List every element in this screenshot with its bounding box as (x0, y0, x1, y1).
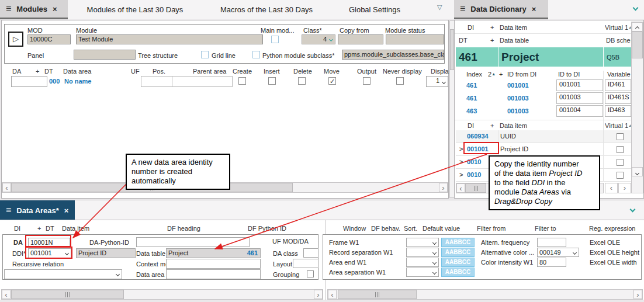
scroll-thumb[interactable] (450, 29, 454, 70)
di-value[interactable]: 060934 (467, 133, 489, 140)
insert-checkbox[interactable] (268, 77, 276, 85)
plus-icon[interactable]: + (490, 24, 494, 31)
parent-area-cell[interactable] (172, 76, 233, 87)
df-behav-header[interactable]: DF behav. (371, 225, 400, 232)
scroll-left-button[interactable]: ‹ (328, 290, 337, 299)
close-icon[interactable]: × (53, 5, 57, 13)
plus-icon[interactable]: + (490, 122, 494, 129)
plus-icon[interactable]: + (36, 68, 39, 75)
scroll-up-button[interactable] (632, 22, 643, 32)
reg-expression-header[interactable]: Reg. expression (589, 225, 636, 232)
index-value[interactable]: 461 (466, 95, 477, 102)
alternative-color-dropdown[interactable]: 000149 (537, 248, 579, 257)
expand-icon[interactable]: > (459, 145, 463, 152)
grouping-checkbox[interactable] (307, 270, 314, 277)
delete-checkbox[interactable] (298, 77, 306, 85)
run-module-button[interactable]: ▷ (8, 32, 23, 47)
scroll-down-button[interactable] (632, 167, 643, 176)
grid-line-checkbox[interactable] (201, 51, 209, 58)
scroll-left-button[interactable]: ‹ (456, 183, 465, 193)
area-separation-dropdown[interactable] (406, 268, 439, 277)
dt-header[interactable]: DT (459, 37, 468, 44)
col-da[interactable]: DA (12, 68, 21, 75)
create-checkbox[interactable] (238, 77, 246, 85)
ddi-name-field[interactable]: Project ID (76, 248, 136, 258)
dt-value[interactable]: 000 (49, 78, 60, 85)
data-item-header[interactable]: Data item (500, 24, 527, 31)
filter-to-header[interactable]: Filter to (535, 225, 556, 232)
variable-header[interactable]: Variable (607, 71, 631, 78)
scroll-right-button[interactable]: › (314, 290, 323, 299)
col-output[interactable]: Output (357, 68, 376, 75)
db-schema-header[interactable]: DB scher (606, 37, 631, 44)
col-data-area[interactable]: Data area (63, 68, 91, 75)
selected-table-id[interactable]: 461 (456, 47, 498, 67)
class-dropdown[interactable]: 4 (302, 34, 335, 44)
col-create[interactable]: Create (233, 68, 252, 75)
col-delete[interactable]: Delete (293, 68, 312, 75)
data-areas-left-hscrollbar[interactable]: ‹ › (1, 289, 323, 300)
da-python-id-field[interactable] (136, 237, 250, 247)
col-display[interactable]: Displa (431, 68, 449, 75)
expand-icon[interactable]: > (459, 171, 463, 178)
index-value[interactable]: 461 (466, 82, 477, 89)
col-parent-area[interactable]: Parent area (193, 68, 226, 75)
id-to-cell[interactable]: 001004 (556, 105, 603, 117)
tab-macros-last-30-days[interactable]: Macros of the Last 30 Days (202, 0, 331, 19)
df-python-id-header[interactable]: DF Python ID (248, 225, 286, 232)
di-header[interactable]: DI (468, 122, 474, 129)
area-end-color-chip[interactable]: AABBCC (441, 258, 475, 267)
data-table-header[interactable]: Data table (500, 37, 529, 44)
id-to-cell[interactable]: 001003 (556, 92, 603, 104)
scroll-left-button[interactable]: ‹ (2, 183, 11, 192)
index-value[interactable]: 463 (466, 107, 477, 114)
context-menu-field[interactable] (166, 259, 261, 269)
tab-data-dictionary[interactable]: ≡ Data Dictionary × (454, 0, 548, 19)
id-to-cell[interactable]: 001001 (556, 79, 603, 91)
close-icon[interactable]: × (532, 5, 536, 13)
tab-modules[interactable]: ≡ Modules × (0, 0, 68, 19)
tab-data-areas[interactable]: ≡ Data Areas* × (0, 200, 75, 220)
panel-field[interactable] (74, 50, 136, 60)
pager-left-button[interactable]: ‹ (605, 183, 618, 193)
variable-cell[interactable]: ID461 (605, 79, 631, 91)
di-header[interactable]: DI (468, 24, 474, 31)
mod-field[interactable]: 10000C (27, 34, 71, 44)
scroll-thumb[interactable] (11, 290, 124, 299)
id-from-di-header[interactable]: ID from DI (507, 71, 536, 78)
variable-cell[interactable]: ID463 (605, 105, 631, 117)
frame-w1-dropdown[interactable] (406, 238, 439, 247)
da-grid-field[interactable] (11, 76, 47, 87)
filter-from-header[interactable]: Filter from (477, 225, 506, 232)
col-never-display[interactable]: Never display (383, 68, 422, 75)
chevron-down-icon[interactable] (630, 207, 636, 213)
area-separation-color-chip[interactable]: AABBCC (441, 268, 475, 277)
sort-header[interactable]: Sort. (404, 225, 417, 232)
item-name[interactable]: UUID (500, 133, 516, 140)
selected-table-name[interactable]: Project (498, 47, 603, 67)
di-value[interactable]: 0010 (467, 171, 481, 178)
selected-table-schema[interactable]: Q5B (604, 47, 631, 67)
hamburger-icon[interactable]: ≡ (460, 4, 465, 14)
scroll-thumb[interactable] (632, 32, 643, 58)
data-areas-right-hscrollbar[interactable]: ‹ › (327, 289, 643, 300)
id-to-di-header[interactable]: ID to DI (558, 71, 580, 78)
main-mod-checkbox[interactable] (271, 36, 279, 43)
data-item-header[interactable]: Data item (500, 122, 527, 129)
dt-header[interactable]: DT (46, 225, 54, 232)
output-checkbox[interactable] (363, 77, 371, 85)
id-from-value[interactable]: 001003 (507, 95, 529, 102)
window-header[interactable]: Window (343, 225, 366, 232)
color-intensity-field[interactable]: 80 (537, 258, 566, 267)
close-icon[interactable]: × (64, 206, 69, 215)
scroll-left-button[interactable]: ‹ (2, 290, 11, 299)
scroll-thumb[interactable] (465, 183, 486, 193)
tab-global-settings[interactable]: Global Settings (331, 0, 418, 19)
module-field[interactable]: Test Module (76, 34, 263, 44)
id-from-value[interactable]: 001001 (507, 82, 529, 89)
record-separation-color-chip[interactable]: AABBCC (441, 248, 475, 257)
scroll-right-button[interactable]: › (633, 290, 642, 299)
plus-icon[interactable]: + (490, 37, 494, 44)
altern-frequency-field[interactable] (537, 238, 566, 247)
python-subclass-checkbox[interactable] (252, 51, 260, 58)
